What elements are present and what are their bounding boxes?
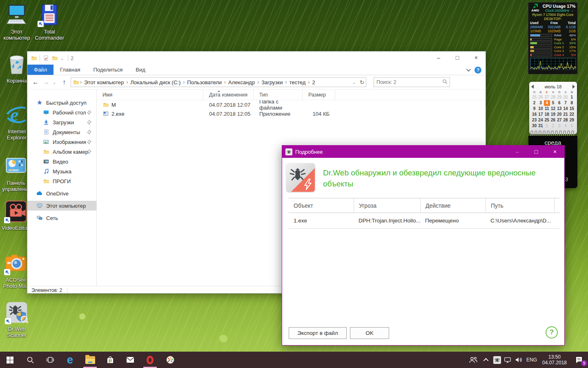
calendar-day-cell[interactable]: 11 xyxy=(544,106,550,112)
clock[interactable]: 13:5004.07.2018 xyxy=(539,352,570,368)
sidebar-item-downloads[interactable]: Загрузки xyxy=(27,117,96,127)
close-button[interactable]: × xyxy=(467,52,486,64)
breadcrumb-bar[interactable]: ›Этот компьютер›Локальный диск (C:)›Поль… xyxy=(71,77,366,87)
ok-button[interactable]: OK xyxy=(350,327,389,339)
calendar-day-cell[interactable]: 4 xyxy=(562,123,568,129)
desktop-icon-this-pc[interactable]: Этот компьютер xyxy=(1,3,33,41)
calendar-day-cell[interactable]: 30 xyxy=(531,123,537,129)
col-object[interactable]: Объект xyxy=(289,198,354,213)
sidebar-item-camera-album[interactable]: Альбом камер xyxy=(27,147,96,157)
calendar-day-cell[interactable]: 6 xyxy=(556,100,562,106)
taskbar-opera-button[interactable] xyxy=(140,352,160,368)
qat-chevron-icon[interactable]: ⌄ xyxy=(60,56,65,61)
calendar-day-cell[interactable]: 1 xyxy=(569,94,575,100)
taskbar-search-button[interactable] xyxy=(20,352,40,368)
calendar-day-cell[interactable]: 12 xyxy=(550,106,556,112)
refresh-icon[interactable]: ↻ xyxy=(360,79,364,85)
search-icon[interactable] xyxy=(442,79,448,85)
help-icon[interactable]: ? xyxy=(474,67,481,74)
column-header-size[interactable]: Размер xyxy=(303,90,335,100)
sidebar-item-quick-access[interactable]: Быстрый доступ xyxy=(27,98,96,108)
start-button[interactable] xyxy=(0,352,20,368)
calendar-day-cell[interactable]: 5 xyxy=(569,123,575,129)
taskbar-store-button[interactable] xyxy=(100,352,120,368)
calendar-day-cell[interactable]: 28 xyxy=(550,94,556,100)
tray-drweb-icon[interactable] xyxy=(492,352,502,368)
calendar-day-cell[interactable]: 23 xyxy=(531,117,537,123)
sidebar-item-video[interactable]: Видео xyxy=(27,157,96,166)
calendar-day-cell[interactable]: 1 xyxy=(544,123,550,129)
breadcrumb-item[interactable]: Пользователи xyxy=(185,79,224,85)
file-row[interactable]: M 04.07.2018 12:07 Папка с файлами xyxy=(97,100,486,109)
sidebar-item-network[interactable]: Сеть xyxy=(27,213,96,223)
sidebar-item-onedrive[interactable]: OneDrive xyxy=(27,188,96,198)
sidebar-item-music[interactable]: Музыка xyxy=(27,166,96,176)
calendar-day-cell[interactable]: 13 xyxy=(556,106,562,112)
calendar-day-cell[interactable]: 24 xyxy=(537,117,543,123)
search-input[interactable] xyxy=(376,79,442,85)
calendar-day-cell[interactable]: 20 xyxy=(556,112,562,117)
network-icon[interactable] xyxy=(502,352,513,368)
taskbar-explorer-button[interactable] xyxy=(80,352,100,368)
sidebar-item-desktop[interactable]: Рабочий стол xyxy=(27,108,96,117)
calendar-gadget[interactable]: июль 18 пвсчпсв 252627282930123456789101… xyxy=(529,82,577,134)
explorer-titlebar[interactable]: ⌄ 2 – □ × xyxy=(27,52,486,65)
calendar-day-cell[interactable]: 8 xyxy=(569,100,575,106)
calendar-day-cell[interactable]: 17 xyxy=(537,112,543,117)
calendar-day-cell[interactable]: 25 xyxy=(531,94,537,100)
properties-icon[interactable] xyxy=(42,55,49,61)
calendar-day-cell[interactable]: 29 xyxy=(556,94,562,100)
sidebar-item-documents[interactable]: Документы xyxy=(27,127,96,137)
up-icon[interactable]: ↑ xyxy=(60,79,68,86)
tray-overflow-button[interactable] xyxy=(481,352,492,368)
tab-share[interactable]: Поделиться xyxy=(87,65,129,75)
file-row[interactable]: 2.exe 04.07.2018 12:05 Приложение 104 КБ xyxy=(97,109,486,118)
calendar-day-cell[interactable]: 19 xyxy=(550,112,556,117)
sidebar-item-this-pc[interactable]: Этот компьютер xyxy=(27,201,96,211)
recent-locations-icon[interactable]: ⌄ xyxy=(53,80,58,85)
calendar-day-cell[interactable]: 26 xyxy=(537,94,543,100)
new-folder-icon[interactable] xyxy=(51,55,58,61)
ribbon-collapse-icon[interactable] xyxy=(466,67,471,72)
address-dropdown-icon[interactable]: ⌄ xyxy=(352,80,357,85)
calendar-day-cell[interactable]: 28 xyxy=(562,117,568,123)
drweb-help-button[interactable]: ? xyxy=(546,326,558,339)
calendar-day-cell[interactable]: 14 xyxy=(562,106,568,112)
breadcrumb-item[interactable]: Этот компьютер xyxy=(82,79,126,85)
taskbar-mail-button[interactable] xyxy=(120,352,140,368)
calendar-day-cell[interactable]: 27 xyxy=(544,94,550,100)
breadcrumb-item[interactable]: тестед xyxy=(287,79,308,85)
breadcrumb-item[interactable]: Загрузки xyxy=(259,79,285,85)
minimize-button[interactable]: – xyxy=(429,52,448,64)
sidebar-item-pictures[interactable]: Изображения xyxy=(27,137,96,147)
next-month-icon[interactable] xyxy=(572,85,575,89)
drweb-titlebar[interactable]: Подробнее – □ × xyxy=(282,146,564,158)
taskbar-paint-button[interactable] xyxy=(160,352,180,368)
calendar-day-cell[interactable]: 3 xyxy=(537,100,543,106)
forward-icon[interactable]: → xyxy=(42,79,50,86)
calendar-day-cell[interactable]: 15 xyxy=(569,106,575,112)
desktop-icon-total-commander[interactable]: Total Commander xyxy=(33,3,65,41)
breadcrumb-item[interactable]: 2 xyxy=(310,79,317,85)
column-header-name[interactable]: Имя xyxy=(97,90,203,100)
desktop-icon-drweb-scanner[interactable]: Dr.Web Scanner xyxy=(1,301,33,338)
col-action[interactable]: Действие xyxy=(420,198,486,213)
cpu-gadget[interactable]: AMD CPU Usage 17% Clock:3400MHz♪ Ryzen 7… xyxy=(528,2,578,74)
calendar-day-cell[interactable]: 2 xyxy=(531,100,537,106)
calendar-day-cell[interactable]: 22 xyxy=(569,112,575,117)
people-button[interactable] xyxy=(466,352,481,368)
tab-home[interactable]: Главная xyxy=(53,65,87,75)
maximize-button[interactable]: □ xyxy=(448,52,467,64)
maximize-button[interactable]: □ xyxy=(527,146,546,158)
calendar-day-cell[interactable]: 29 xyxy=(569,117,575,123)
threat-row[interactable]: 1.exe DPH:Trojan.Inject.Hollo... Перемещ… xyxy=(289,213,560,229)
calendar-day-cell[interactable]: 18 xyxy=(544,112,550,117)
breadcrumb-item[interactable]: Локальный диск (C:) xyxy=(128,79,183,85)
sidebar-item-progi[interactable]: ПРОГИ xyxy=(27,176,96,186)
search-box[interactable] xyxy=(374,77,450,87)
calendar-today-cell[interactable]: 4 xyxy=(544,100,550,106)
column-header-type[interactable]: Тип xyxy=(254,90,303,100)
calendar-day-cell[interactable]: 2 xyxy=(550,123,556,129)
calendar-day-cell[interactable]: 7 xyxy=(562,100,568,106)
export-button[interactable]: Экспорт в файл xyxy=(289,327,347,339)
